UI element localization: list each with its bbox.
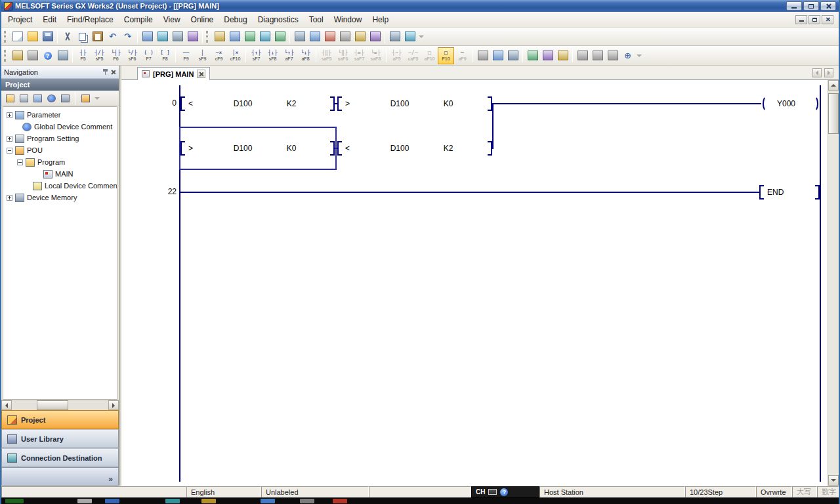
instruction-help-button[interactable]: □F10 bbox=[438, 47, 454, 64]
device-find-button[interactable] bbox=[25, 48, 40, 63]
contact-compare[interactable]: < D100 K2 bbox=[337, 138, 492, 158]
menu-tool[interactable]: Tool bbox=[304, 13, 329, 26]
edit-cursor[interactable] bbox=[179, 127, 337, 170]
closed-branch-button[interactable]: └/├sF6 bbox=[124, 47, 140, 64]
maximize-button[interactable] bbox=[803, 1, 819, 10]
tree-item-global-device-comment[interactable]: Global Device Comment bbox=[3, 121, 117, 133]
tab-prg-main[interactable]: [PRG] MAIN bbox=[137, 67, 210, 80]
tree-item-program[interactable]: Program bbox=[3, 156, 117, 168]
output-coil[interactable]: Y000 bbox=[761, 94, 820, 114]
statement-edit-button[interactable] bbox=[540, 48, 555, 63]
navigation-hscrollbar[interactable] bbox=[1, 400, 119, 410]
menu-online[interactable]: Online bbox=[186, 13, 219, 26]
contact-compare[interactable]: > D100 K0 bbox=[337, 94, 492, 114]
rising-pulse-branch-button[interactable]: └↑├aF7 bbox=[281, 47, 297, 64]
inline-st-box-button[interactable]: □aF10 bbox=[421, 47, 438, 64]
closed-contact-button[interactable]: ┤/├sF5 bbox=[91, 47, 108, 64]
menu-find-replace[interactable]: Find/Replace bbox=[62, 13, 119, 26]
invert-result-button[interactable]: ─/─caF5 bbox=[405, 47, 421, 64]
device-comment-button[interactable] bbox=[155, 29, 170, 44]
display-comment-button[interactable] bbox=[575, 48, 590, 63]
falling-pulse-close-button[interactable]: └≡├saF8 bbox=[368, 47, 384, 64]
cut-button[interactable] bbox=[60, 29, 75, 44]
scroll-thumb[interactable] bbox=[37, 400, 68, 410]
taskbar-item[interactable] bbox=[261, 499, 275, 503]
mdi-restore-button[interactable] bbox=[808, 15, 820, 24]
nav-button-project[interactable]: Project bbox=[1, 410, 119, 429]
expand-icon[interactable] bbox=[7, 195, 12, 201]
collapse-icon[interactable] bbox=[17, 159, 23, 165]
scroll-track[interactable] bbox=[12, 400, 108, 410]
mdi-close-button[interactable] bbox=[822, 15, 833, 24]
minimize-button[interactable] bbox=[786, 1, 802, 10]
scroll-left-button[interactable] bbox=[1, 400, 12, 410]
nav-new-button[interactable] bbox=[4, 93, 16, 104]
open-contact-button[interactable]: ┤├F5 bbox=[75, 47, 91, 64]
nav-button-user-library[interactable]: User Library bbox=[1, 429, 119, 448]
save-project-button[interactable] bbox=[40, 29, 55, 44]
tab-scroll-left-button[interactable] bbox=[812, 68, 822, 77]
rebuild-all-button[interactable] bbox=[242, 29, 257, 44]
end-instruction[interactable]: END bbox=[759, 182, 820, 202]
nav-copy-button[interactable] bbox=[18, 93, 30, 104]
online-read-button[interactable] bbox=[257, 29, 272, 44]
online-write-button[interactable] bbox=[272, 29, 287, 44]
tree-item-program-setting[interactable]: Program Setting bbox=[3, 133, 117, 144]
editor-vscrollbar[interactable] bbox=[828, 80, 839, 486]
scroll-right-button[interactable] bbox=[108, 400, 119, 410]
toolbar-grip[interactable] bbox=[4, 50, 7, 62]
falling-pulse-button[interactable]: ┤↓├sF8 bbox=[264, 47, 281, 64]
windows-taskbar[interactable] bbox=[1, 497, 839, 504]
close-panel-icon[interactable] bbox=[111, 70, 116, 75]
scroll-up-button[interactable] bbox=[828, 80, 839, 91]
parameter-setting-button[interactable] bbox=[170, 29, 185, 44]
program-editor-button[interactable] bbox=[212, 29, 227, 44]
menu-compile[interactable]: Compile bbox=[119, 13, 158, 26]
collapse-icon[interactable] bbox=[7, 148, 12, 154]
rising-pulse-button[interactable]: ┤↑├sF7 bbox=[248, 47, 264, 64]
menu-diagnostics[interactable]: Diagnostics bbox=[253, 13, 304, 26]
toolbar-grip[interactable] bbox=[4, 31, 7, 43]
start-button[interactable] bbox=[5, 499, 24, 503]
taskbar-item[interactable] bbox=[333, 499, 347, 503]
open-project-button[interactable] bbox=[25, 29, 40, 44]
edit-mode-button[interactable] bbox=[490, 48, 505, 63]
menu-edit[interactable]: Edit bbox=[37, 13, 62, 26]
monitor-start-button[interactable] bbox=[307, 29, 322, 44]
grid-button[interactable] bbox=[55, 48, 70, 63]
zoom-button[interactable] bbox=[402, 29, 417, 44]
coil-button[interactable]: ( )F7 bbox=[140, 47, 157, 64]
monitor-stop-button[interactable] bbox=[322, 29, 337, 44]
delete-horizontal-line-button[interactable]: ─×cF9 bbox=[211, 47, 227, 64]
note-edit-button[interactable] bbox=[555, 48, 570, 63]
nav-refresh-button[interactable] bbox=[59, 93, 71, 104]
mdi-minimize-button[interactable] bbox=[795, 15, 807, 24]
menu-help[interactable]: Help bbox=[367, 13, 394, 26]
nav-view-dropdown[interactable] bbox=[93, 91, 101, 106]
tree-item-device-memory[interactable]: Device Memory bbox=[3, 192, 117, 203]
tree-item-main[interactable]: MAIN bbox=[3, 168, 117, 180]
expand-icon[interactable] bbox=[7, 112, 12, 118]
menu-debug[interactable]: Debug bbox=[219, 13, 252, 26]
taskbar-item[interactable] bbox=[105, 499, 119, 503]
close-button[interactable] bbox=[820, 1, 836, 10]
nav-info-button[interactable] bbox=[45, 93, 57, 104]
rising-pulse-close-button[interactable]: ┤≡├saF7 bbox=[351, 47, 368, 64]
taskbar-item[interactable] bbox=[165, 499, 180, 503]
ime-language-bar[interactable]: CH bbox=[471, 486, 539, 497]
ladder-toolbar-options-dropdown[interactable] bbox=[635, 49, 643, 63]
comment-edit-button[interactable] bbox=[525, 48, 540, 63]
paste-button[interactable] bbox=[90, 29, 105, 44]
keyboard-icon[interactable] bbox=[488, 489, 497, 495]
scroll-thumb[interactable] bbox=[828, 93, 839, 134]
zoom-in-button[interactable]: ⊕ bbox=[620, 48, 635, 63]
undo-button[interactable]: ↶ bbox=[105, 29, 120, 44]
taskbar-item[interactable] bbox=[201, 499, 216, 503]
build-button[interactable] bbox=[227, 29, 242, 44]
vertical-line-button[interactable]: │sF9 bbox=[194, 47, 211, 64]
tree-item-local-device-comment[interactable]: Local Device Comment bbox=[3, 180, 117, 192]
display-statement-button[interactable] bbox=[590, 48, 605, 63]
device-list-button[interactable] bbox=[387, 29, 402, 44]
pin-icon[interactable] bbox=[102, 69, 108, 75]
tab-scroll-right-button[interactable] bbox=[824, 68, 833, 77]
